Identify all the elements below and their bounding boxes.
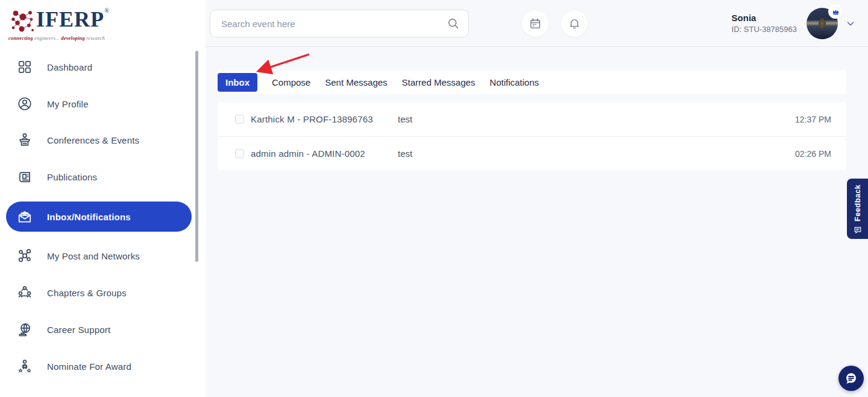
network-icon [17,248,33,264]
sidebar-item-publications[interactable]: Publications [6,162,192,192]
message-checkbox[interactable] [235,115,244,124]
sidebar-item-conferences-events[interactable]: Conferences & Events [6,125,192,155]
user-id: ID: STU-38785963 [732,24,797,35]
avatar[interactable] [807,8,838,39]
sidebar-item-label: My Profile [47,99,89,109]
sidebar-item-label: Nominate For Award [47,361,131,372]
tab-starred-messages[interactable]: Starred Messages [402,77,476,87]
calendar-button[interactable] [522,10,549,37]
grid-icon [17,59,33,75]
brand-logo[interactable]: IFERP® connecting engineers... developin… [8,6,129,41]
inbox-tabstrip: Inbox Compose Sent Messages Starred Mess… [218,71,846,94]
sidebar-item-dashboard[interactable]: Dashboard [6,52,192,82]
sidebar-item-career-support[interactable]: Career Support [6,314,192,345]
feedback-label: Feedback [854,185,862,221]
sidebar-scrollbar[interactable] [195,51,198,262]
chat-widget-button[interactable] [838,366,864,391]
calendar-icon [529,17,542,30]
message-checkbox[interactable] [235,149,244,158]
chevron-down-icon[interactable] [845,18,856,29]
feedback-bubble-icon [854,226,862,234]
sidebar-item-chapters-groups[interactable]: Chapters & Groups [6,278,192,308]
message-time: 02:26 PM [795,149,831,159]
registered-mark: ® [104,7,109,14]
crown-icon [832,8,840,16]
tab-sent-messages[interactable]: Sent Messages [325,77,387,87]
feedback-button[interactable]: Feedback [847,179,868,239]
iferp-network-logo-icon [8,7,36,35]
chat-bubble-icon [844,371,858,386]
sidebar-item-label: Inbox/Notifications [47,212,131,222]
brand-name: IFERP [36,7,104,31]
topbar: Sonia ID: STU-38785963 [206,0,868,47]
notifications-button[interactable] [561,10,588,37]
user-icon [17,96,33,112]
search-input[interactable] [221,10,438,37]
search-icon[interactable] [447,17,460,30]
group-icon [17,285,33,300]
sidebar-item-label: Conferences & Events [47,135,139,145]
message-row[interactable]: Karthick M - PROF-13896763 test 12:37 PM [218,103,846,136]
sidebar-item-my-profile[interactable]: My Profile [6,89,192,119]
sidebar-item-label: Chapters & Groups [47,288,127,298]
career-icon [17,322,33,337]
main-content: Inbox Compose Sent Messages Starred Mess… [206,48,868,397]
podium-icon [17,132,33,148]
message-subject: test [398,148,412,159]
mail-open-icon [17,209,33,224]
sidebar: IFERP® connecting engineers... developin… [0,0,206,397]
user-name: Sonia [732,12,797,24]
message-time: 12:37 PM [795,115,831,124]
message-row[interactable]: admin admin - ADMIN-0002 test 02:26 PM [218,136,846,170]
search-box [210,10,469,37]
sidebar-item-inbox-notifications[interactable]: Inbox/Notifications [6,202,192,232]
brand-tagline: connecting engineers... developing resea… [8,35,129,41]
message-list: Karthick M - PROF-13896763 test 12:37 PM… [218,103,846,170]
sidebar-item-label: My Post and Networks [47,251,140,261]
tab-inbox[interactable]: Inbox [218,73,257,92]
sidebar-item-label: Career Support [47,325,110,335]
tab-compose[interactable]: Compose [272,77,310,87]
award-icon [17,358,33,374]
newspaper-icon [17,169,33,185]
bell-icon [568,17,581,30]
message-sender: admin admin - ADMIN-0002 [251,148,365,159]
sidebar-item-label: Dashboard [47,62,92,72]
sidebar-item-label: Publications [47,172,97,182]
tab-notifications[interactable]: Notifications [489,77,539,87]
sidebar-item-my-post-networks[interactable]: My Post and Networks [6,241,192,271]
membership-badge [828,4,843,19]
message-sender: Karthick M - PROF-13896763 [251,114,373,124]
user-menu[interactable]: Sonia ID: STU-38785963 [732,8,856,39]
message-subject: test [398,114,412,124]
sidebar-item-nominate-award[interactable]: Nominate For Award [6,351,192,381]
